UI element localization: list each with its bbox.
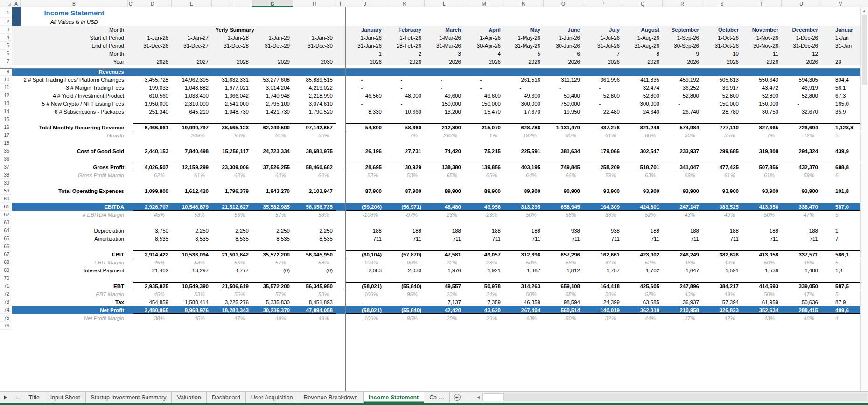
row-header-1[interactable]: 1 [0, 7, 12, 18]
cell-N15[interactable] [504, 115, 544, 123]
cell-M11[interactable]: - [464, 84, 504, 92]
cell-D2[interactable] [133, 18, 172, 26]
cell-H37[interactable]: 58,460,682 [293, 163, 336, 171]
cell-P15[interactable] [583, 115, 623, 123]
cell-T11[interactable]: 43,472 [742, 84, 782, 92]
cell-L60[interactable] [425, 195, 464, 203]
cell-G15[interactable] [252, 115, 293, 123]
cell-U75[interactable]: 40% [782, 314, 821, 322]
cell-M63[interactable] [464, 219, 504, 227]
cell-Q36[interactable] [623, 155, 663, 163]
cell-P10[interactable]: 361,996 [583, 76, 623, 84]
cell-F75[interactable]: 47% [212, 314, 252, 322]
cell-U71[interactable]: 339,050 [782, 282, 821, 290]
row-header-67[interactable]: 67 [0, 250, 12, 258]
cell-P14[interactable]: 22,480 [583, 107, 623, 115]
cell-P65[interactable]: 711 [583, 234, 623, 242]
cell-R14[interactable]: 26,740 [663, 107, 702, 115]
cell-S75[interactable]: 42% [702, 314, 742, 322]
cell-O39[interactable] [544, 179, 583, 187]
cell-A68[interactable] [12, 258, 21, 266]
cell-E65[interactable]: 8,535 [172, 234, 212, 242]
cell-V9[interactable] [821, 68, 860, 76]
cell-H75[interactable]: 49% [293, 314, 336, 322]
cell-C61[interactable] [128, 203, 133, 211]
cell-B75[interactable]: Net Profit Margin [21, 314, 128, 322]
cell-K69[interactable]: 2,030 [385, 266, 425, 274]
column-header-P[interactable]: P [583, 0, 623, 7]
cell-S64[interactable]: 188 [702, 227, 742, 234]
cell-E37[interactable]: 12,159,299 [172, 163, 212, 171]
cell-A18[interactable] [12, 139, 21, 147]
cell-J11[interactable]: - [345, 84, 385, 92]
cell-T13[interactable]: 150,000 [742, 99, 782, 107]
cell-K35[interactable]: 27,731 [385, 147, 425, 155]
cell-Q15[interactable] [623, 115, 663, 123]
cell-A36[interactable] [12, 155, 21, 163]
cell-A16[interactable] [12, 123, 21, 131]
cell-C15[interactable] [128, 115, 133, 123]
cell-E70[interactable] [172, 274, 212, 282]
cell-N60[interactable] [504, 195, 544, 203]
cell-G60[interactable] [252, 195, 293, 203]
row-header-35[interactable]: 35 [0, 147, 12, 155]
cell-M68[interactable]: 23% [464, 258, 504, 266]
cell-D63[interactable] [133, 219, 172, 227]
cell-U76[interactable] [782, 322, 821, 330]
cell-V4[interactable]: 1-Jan [821, 34, 860, 42]
cell-F10[interactable]: 31,632,331 [212, 76, 252, 84]
cell-N12[interactable]: 49,600 [504, 92, 544, 99]
cell-V7[interactable]: 20 [821, 57, 860, 65]
cell-O38[interactable]: 66% [544, 171, 583, 179]
cell-U61[interactable]: 338,470 [782, 203, 821, 211]
cell-J9[interactable] [345, 68, 385, 76]
cell-C67[interactable] [128, 250, 133, 258]
cell-U66[interactable] [782, 242, 821, 250]
cell-R68[interactable]: 43% [663, 258, 702, 266]
cell-U65[interactable]: 711 [782, 234, 821, 242]
page-title[interactable]: Income Statement [21, 7, 128, 18]
cell-F62[interactable]: 56% [212, 211, 252, 219]
cell-O17[interactable]: 80% [544, 131, 583, 139]
cell-S71[interactable]: 384,217 [702, 282, 742, 290]
cell-T68[interactable]: 50% [742, 258, 782, 266]
cell-P11[interactable]: - [583, 84, 623, 92]
cell-O73[interactable]: 98,594 [544, 298, 583, 306]
cell-B9[interactable]: Revenues [21, 68, 128, 76]
cell-O4[interactable]: 1-Jun-26 [544, 34, 583, 42]
cell-Q2[interactable] [623, 18, 663, 26]
cell-A10[interactable] [12, 76, 21, 84]
cell-M14[interactable]: 15,470 [464, 107, 504, 115]
cell-N3[interactable]: May [504, 26, 544, 34]
cell-G14[interactable]: 1,421,730 [252, 107, 293, 115]
row-header-75[interactable]: 75 [0, 314, 12, 322]
cell-U14[interactable]: 32,670 [782, 107, 821, 115]
cell-J62[interactable]: -108% [345, 211, 385, 219]
cell-U63[interactable] [782, 219, 821, 227]
cell-G6[interactable] [252, 50, 293, 57]
cell-E6[interactable] [172, 50, 212, 57]
cell-R35[interactable]: 233,937 [663, 147, 702, 155]
row-header-4[interactable]: 4 [0, 34, 12, 42]
cell-U62[interactable]: 47% [782, 211, 821, 219]
cell-P60[interactable] [583, 195, 623, 203]
cell-P36[interactable] [583, 155, 623, 163]
cell-F68[interactable]: 56% [212, 258, 252, 266]
cell-I72[interactable] [336, 290, 345, 298]
cell-F73[interactable]: 3,225,276 [212, 298, 252, 306]
cell-I39[interactable] [336, 179, 345, 187]
cell-U11[interactable]: 46,919 [782, 84, 821, 92]
cell-H4[interactable]: 1-Jan-30 [293, 34, 336, 42]
cell-U69[interactable]: 1,480 [782, 266, 821, 274]
cell-V13[interactable]: 165,0 [821, 99, 860, 107]
cell-D37[interactable]: 4,026,507 [133, 163, 172, 171]
horizontal-scrollbar[interactable]: ◀ [475, 393, 867, 401]
cell-B63[interactable] [21, 219, 128, 227]
cell-T36[interactable] [742, 155, 782, 163]
cell-C9[interactable] [128, 68, 133, 76]
cell-N18[interactable] [504, 139, 544, 147]
cell-O9[interactable] [544, 68, 583, 76]
cell-M75[interactable]: 20% [464, 314, 504, 322]
cell-H65[interactable]: 8,535 [293, 234, 336, 242]
column-header-H[interactable]: H [293, 0, 336, 7]
